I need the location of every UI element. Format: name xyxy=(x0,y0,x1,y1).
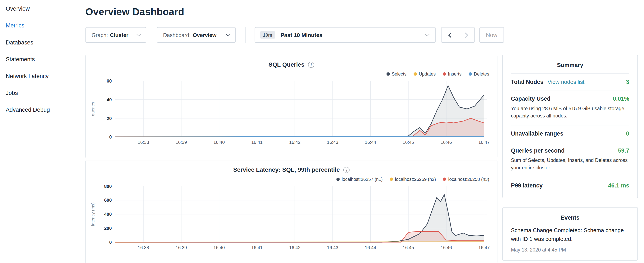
sql-queries-chart: 16:3816:3916:4016:4116:4216:4316:4416:45… xyxy=(90,79,494,148)
service-latency-chart: 16:3816:3916:4016:4116:4216:4316:4416:45… xyxy=(90,184,494,253)
svg-text:16:47: 16:47 xyxy=(478,245,490,250)
svg-text:16:44: 16:44 xyxy=(365,140,376,145)
events-panel: Events Schema Change Completed: Schema c… xyxy=(502,207,638,261)
legend-item-localhost-26257-n1-: localhost:26257 (n1) xyxy=(336,177,383,182)
svg-text:400: 400 xyxy=(104,212,112,217)
stat-description: Sum of Selects, Updates, Inserts, and De… xyxy=(511,157,629,171)
legend-dot-icon xyxy=(414,72,417,76)
svg-text:16:47: 16:47 xyxy=(478,140,490,145)
svg-text:16:45: 16:45 xyxy=(403,140,414,145)
chevron-right-icon xyxy=(463,32,468,38)
svg-text:16:42: 16:42 xyxy=(289,245,300,250)
chart-title: SQL Queries xyxy=(268,61,304,68)
dashboard-dropdown-value: Overview xyxy=(193,32,216,38)
legend-label: Updates xyxy=(419,72,436,76)
toolbar: Graph: Cluster Dashboard: Overview 10m P… xyxy=(86,27,644,43)
chart-panel-service-latency: Service Latency: SQL, 99th percentile lo… xyxy=(86,160,498,263)
info-icon[interactable] xyxy=(343,167,350,173)
chart-panel-sql-queries: SQL Queries SelectsUpdatesInsertsDeletes… xyxy=(86,55,498,158)
svg-text:0: 0 xyxy=(109,134,112,140)
legend-dot-icon xyxy=(336,178,340,181)
event-message: Schema Change Completed: Schema change w… xyxy=(511,226,629,244)
sidebar-item-advanced-debug[interactable]: Advanced Debug xyxy=(0,101,76,118)
now-button[interactable]: Now xyxy=(479,27,504,43)
legend-item-updates: Updates xyxy=(414,72,436,76)
svg-text:16:44: 16:44 xyxy=(365,245,376,250)
main-content: Overview Dashboard Graph: Cluster Dashbo… xyxy=(76,0,644,263)
svg-text:16:46: 16:46 xyxy=(440,140,452,145)
dashboard-content: SQL Queries SelectsUpdatesInsertsDeletes… xyxy=(86,55,644,263)
stat-value: 59.7 xyxy=(618,147,629,154)
sidebar-item-jobs[interactable]: Jobs xyxy=(0,84,76,101)
chevron-left-icon xyxy=(448,32,453,38)
legend-dot-icon xyxy=(468,72,472,76)
legend-item-localhost-26259-n2-: localhost:26259 (n2) xyxy=(390,177,436,182)
chart-legend: localhost:26257 (n1)localhost:26259 (n2)… xyxy=(90,176,489,183)
sidebar-item-overview[interactable]: Overview xyxy=(0,0,76,17)
stat-value: 0.01% xyxy=(613,95,629,102)
svg-text:16:42: 16:42 xyxy=(289,140,300,145)
legend-dot-icon xyxy=(386,72,390,76)
events-title: Events xyxy=(511,208,629,226)
legend-label: localhost:26258 (n3) xyxy=(448,177,489,182)
legend-dot-icon xyxy=(390,178,393,181)
summary-panel: Summary Total Nodes View nodes list 3 Ca… xyxy=(502,55,638,198)
time-step-back-button[interactable] xyxy=(442,28,458,42)
chart-legend: SelectsUpdatesInsertsDeletes xyxy=(90,70,489,78)
legend-label: Selects xyxy=(392,72,406,76)
svg-text:latency (ms): latency (ms) xyxy=(90,202,95,226)
legend-label: Inserts xyxy=(448,72,462,76)
event-timestamp: May 13, 2020 at 4:45 PM xyxy=(511,247,629,253)
summary-stat-queries-per-second: Queries per second 59.7 Sum of Selects, … xyxy=(511,142,629,177)
page-title: Overview Dashboard xyxy=(86,6,644,18)
sidebar-item-statements[interactable]: Statements xyxy=(0,51,76,68)
chart-title-row: Service Latency: SQL, 99th percentile xyxy=(90,166,493,173)
chevron-down-icon xyxy=(425,32,429,36)
charts-column: SQL Queries SelectsUpdatesInsertsDeletes… xyxy=(86,55,498,263)
sidebar-item-network-latency[interactable]: Network Latency xyxy=(0,68,76,84)
summary-title: Summary xyxy=(511,55,629,73)
dashboard-dropdown[interactable]: Dashboard: Overview xyxy=(157,27,236,43)
svg-text:60: 60 xyxy=(107,79,112,84)
time-range-badge: 10m xyxy=(260,31,275,39)
db-console-app: Overview Metrics Databases Statements Ne… xyxy=(0,0,644,263)
stat-description: You are using 28.6 MiB of 515.9 GiB usab… xyxy=(511,105,629,120)
view-nodes-list-link[interactable]: View nodes list xyxy=(548,79,584,85)
time-range-selector[interactable]: 10m Past 10 Minutes xyxy=(255,27,436,43)
svg-text:20: 20 xyxy=(107,116,112,121)
svg-text:16:46: 16:46 xyxy=(440,245,452,250)
svg-text:200: 200 xyxy=(104,226,112,231)
legend-label: Deletes xyxy=(474,72,489,76)
stat-label: P99 latency xyxy=(511,182,542,189)
legend-item-selects: Selects xyxy=(386,72,406,76)
stat-value: 0 xyxy=(626,130,629,137)
event-item: Schema Change Completed: Schema change w… xyxy=(511,226,629,252)
legend-item-deletes: Deletes xyxy=(468,72,489,76)
stat-value: 46.1 ms xyxy=(608,182,629,189)
summary-stat-total-nodes: Total Nodes View nodes list 3 xyxy=(511,73,629,90)
svg-text:16:39: 16:39 xyxy=(176,140,187,145)
svg-text:16:39: 16:39 xyxy=(176,245,187,250)
svg-text:40: 40 xyxy=(107,97,112,102)
svg-text:16:41: 16:41 xyxy=(251,245,262,250)
graph-dropdown-label: Graph: xyxy=(92,32,108,38)
sidebar-nav: Overview Metrics Databases Statements Ne… xyxy=(0,0,76,263)
sidebar-item-metrics[interactable]: Metrics xyxy=(0,17,76,34)
svg-text:16:41: 16:41 xyxy=(251,140,262,145)
legend-dot-icon xyxy=(443,72,446,76)
svg-text:16:40: 16:40 xyxy=(214,140,225,145)
chart-title-row: SQL Queries xyxy=(90,61,493,68)
info-icon[interactable] xyxy=(308,62,314,68)
sidebar-item-databases[interactable]: Databases xyxy=(0,34,76,51)
svg-text:16:38: 16:38 xyxy=(138,140,149,145)
chevron-down-icon xyxy=(136,32,140,36)
graph-dropdown-value: Cluster xyxy=(110,32,128,38)
time-step-forward-button[interactable] xyxy=(458,28,474,42)
dashboard-dropdown-label: Dashboard: xyxy=(163,32,191,38)
svg-text:16:40: 16:40 xyxy=(214,245,225,250)
summary-stat-p99-latency: P99 latency 46.1 ms xyxy=(511,177,629,194)
legend-item-inserts: Inserts xyxy=(443,72,462,76)
graph-dropdown[interactable]: Graph: Cluster xyxy=(86,27,146,43)
legend-item-localhost-26258-n3-: localhost:26258 (n3) xyxy=(443,177,489,182)
app-stage: Overview Metrics Databases Statements Ne… xyxy=(0,0,644,263)
